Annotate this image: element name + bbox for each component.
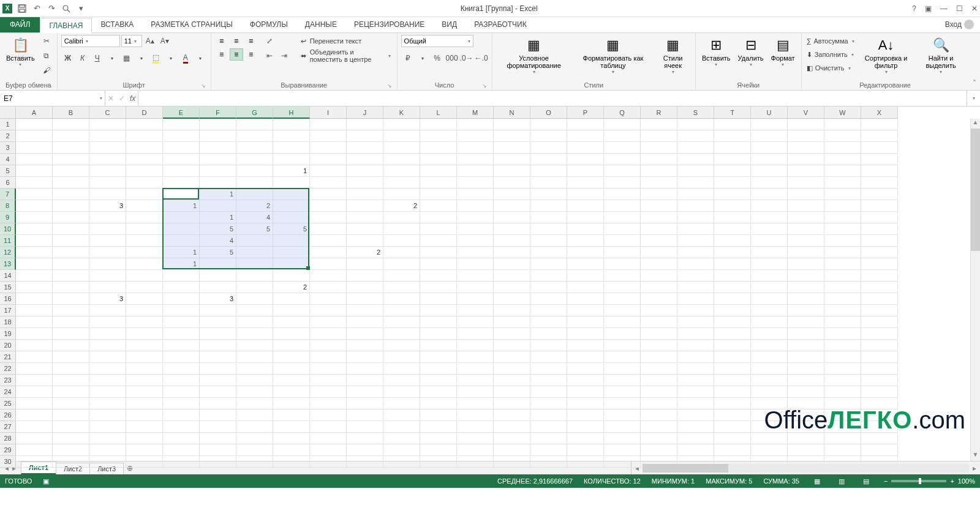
cell[interactable]	[751, 293, 788, 305]
cell[interactable]	[641, 165, 677, 177]
cell[interactable]	[236, 444, 273, 456]
cell[interactable]	[200, 258, 236, 270]
cell[interactable]	[861, 293, 898, 305]
cell[interactable]	[457, 293, 494, 305]
cell[interactable]	[200, 130, 236, 142]
launcher-icon[interactable]: ↘	[387, 83, 392, 89]
cell[interactable]	[530, 119, 567, 130]
cell[interactable]	[236, 154, 273, 165]
cell[interactable]	[310, 270, 347, 282]
cell[interactable]	[16, 444, 53, 456]
macro-record-icon[interactable]: ▣	[43, 477, 49, 485]
cell[interactable]	[163, 351, 200, 363]
col-header-D[interactable]: D	[126, 107, 163, 119]
cell[interactable]	[530, 165, 567, 177]
cell[interactable]	[567, 200, 604, 212]
cell[interactable]	[200, 444, 236, 456]
cell[interactable]	[861, 351, 898, 363]
cell[interactable]	[714, 398, 751, 409]
cell[interactable]	[383, 258, 420, 270]
cell[interactable]	[53, 223, 89, 235]
cell[interactable]	[126, 316, 163, 328]
cell[interactable]	[457, 456, 494, 468]
cell[interactable]	[567, 363, 604, 375]
cell[interactable]	[861, 305, 898, 316]
cell[interactable]	[494, 142, 530, 154]
cell[interactable]	[751, 235, 788, 247]
cell[interactable]	[861, 340, 898, 351]
zoom-in-icon[interactable]: +	[950, 477, 954, 485]
cell[interactable]	[641, 258, 677, 270]
decrease-font-icon[interactable]: A▾	[158, 35, 172, 47]
cell[interactable]	[53, 456, 89, 468]
collapse-ribbon-icon[interactable]: ˄	[968, 33, 980, 90]
cell[interactable]	[200, 351, 236, 363]
cell[interactable]	[89, 130, 126, 142]
cell[interactable]	[383, 293, 420, 305]
cell[interactable]	[494, 409, 530, 421]
cell[interactable]	[824, 119, 861, 130]
cell[interactable]	[89, 421, 126, 433]
cell[interactable]	[383, 154, 420, 165]
cell[interactable]	[53, 212, 89, 223]
cell[interactable]	[163, 142, 200, 154]
cell[interactable]	[751, 189, 788, 200]
cell[interactable]	[16, 433, 53, 444]
cell[interactable]	[567, 305, 604, 316]
cell[interactable]	[16, 165, 53, 177]
cell[interactable]	[641, 142, 677, 154]
cell[interactable]: 2	[383, 200, 420, 212]
underline-dd-icon[interactable]: ▾	[105, 52, 119, 64]
cell[interactable]	[751, 177, 788, 189]
cell[interactable]	[604, 351, 641, 363]
cell[interactable]	[567, 189, 604, 200]
row-header-6[interactable]: 6	[0, 177, 16, 189]
cell[interactable]	[273, 130, 310, 142]
cell[interactable]	[861, 212, 898, 223]
cell[interactable]	[457, 223, 494, 235]
cell[interactable]	[16, 386, 53, 398]
cell[interactable]	[89, 398, 126, 409]
cell[interactable]	[861, 200, 898, 212]
cell[interactable]	[89, 386, 126, 398]
cell[interactable]	[53, 235, 89, 247]
cell[interactable]	[126, 165, 163, 177]
cell[interactable]	[567, 258, 604, 270]
cell[interactable]	[200, 165, 236, 177]
cell[interactable]	[677, 177, 714, 189]
cell[interactable]	[89, 247, 126, 258]
cell[interactable]	[383, 142, 420, 154]
cell[interactable]	[89, 212, 126, 223]
cut-icon[interactable]: ✂	[40, 35, 53, 47]
cell[interactable]	[89, 189, 126, 200]
cell[interactable]	[788, 444, 824, 456]
cell[interactable]	[530, 142, 567, 154]
cell[interactable]	[126, 433, 163, 444]
cell[interactable]	[604, 421, 641, 433]
cell[interactable]	[751, 258, 788, 270]
cell[interactable]	[494, 189, 530, 200]
cell[interactable]	[677, 409, 714, 421]
cell[interactable]	[457, 189, 494, 200]
cell[interactable]	[126, 189, 163, 200]
col-header-C[interactable]: C	[89, 107, 126, 119]
cell[interactable]	[236, 421, 273, 433]
cell[interactable]	[494, 212, 530, 223]
enter-formula-icon[interactable]: ✓	[119, 94, 125, 103]
cell[interactable]	[236, 340, 273, 351]
cell[interactable]	[751, 119, 788, 130]
row-header-12[interactable]: 12	[0, 247, 16, 258]
cell[interactable]	[641, 340, 677, 351]
col-header-V[interactable]: V	[788, 107, 824, 119]
align-middle-icon[interactable]: ≡	[230, 35, 243, 47]
bold-button[interactable]: Ж	[61, 52, 75, 64]
cell[interactable]	[53, 154, 89, 165]
col-header-B[interactable]: B	[53, 107, 89, 119]
cell[interactable]	[126, 375, 163, 386]
cell[interactable]	[89, 154, 126, 165]
cell[interactable]: 2	[273, 282, 310, 293]
cell[interactable]	[824, 235, 861, 247]
align-left-icon[interactable]: ≡	[215, 48, 228, 61]
cell[interactable]	[494, 282, 530, 293]
cell[interactable]	[89, 351, 126, 363]
